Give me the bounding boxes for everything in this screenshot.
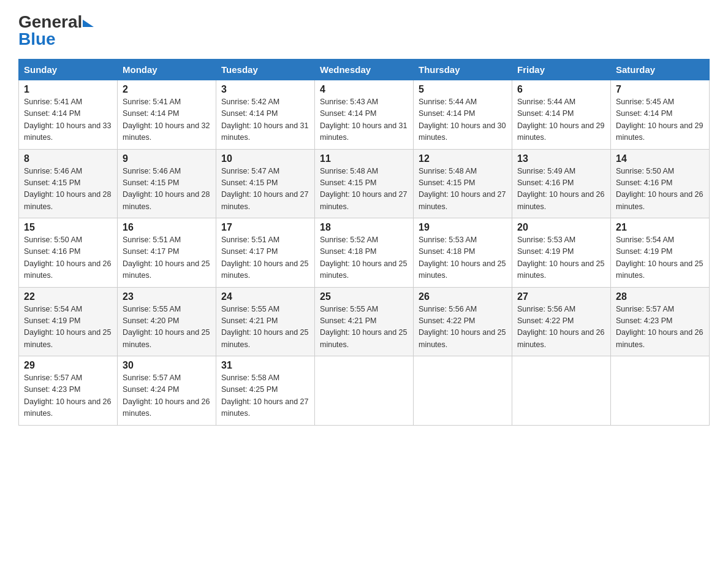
day-header-monday: Monday xyxy=(118,59,216,80)
logo: General Blue xyxy=(18,12,94,49)
day-number: 4 xyxy=(320,84,408,95)
day-number: 31 xyxy=(221,360,309,371)
calendar-cell: 29Sunrise: 5:57 AMSunset: 4:23 PMDayligh… xyxy=(19,356,118,426)
calendar-cell: 30Sunrise: 5:57 AMSunset: 4:24 PMDayligh… xyxy=(118,356,216,426)
calendar-header: SundayMondayTuesdayWednesdayThursdayFrid… xyxy=(19,59,710,80)
day-info: Sunrise: 5:44 AMSunset: 4:14 PMDaylight:… xyxy=(517,96,605,144)
day-number: 7 xyxy=(616,84,704,95)
day-number: 6 xyxy=(517,84,605,95)
calendar-cell: 2Sunrise: 5:41 AMSunset: 4:14 PMDaylight… xyxy=(118,80,216,150)
calendar-cell: 7Sunrise: 5:45 AMSunset: 4:14 PMDaylight… xyxy=(611,80,710,150)
calendar-cell: 14Sunrise: 5:50 AMSunset: 4:16 PMDayligh… xyxy=(611,149,710,218)
day-number: 2 xyxy=(123,84,211,95)
day-number: 10 xyxy=(221,153,309,164)
calendar-cell: 1Sunrise: 5:41 AMSunset: 4:14 PMDaylight… xyxy=(19,80,118,150)
calendar-cell: 3Sunrise: 5:42 AMSunset: 4:14 PMDaylight… xyxy=(216,80,315,150)
day-info: Sunrise: 5:58 AMSunset: 4:25 PMDaylight:… xyxy=(221,372,309,420)
day-info: Sunrise: 5:55 AMSunset: 4:20 PMDaylight:… xyxy=(123,304,211,351)
day-info: Sunrise: 5:55 AMSunset: 4:21 PMDaylight:… xyxy=(320,304,408,351)
calendar-cell: 16Sunrise: 5:51 AMSunset: 4:17 PMDayligh… xyxy=(118,218,216,288)
day-info: Sunrise: 5:53 AMSunset: 4:19 PMDaylight:… xyxy=(517,234,605,282)
day-info: Sunrise: 5:48 AMSunset: 4:15 PMDaylight:… xyxy=(320,166,408,213)
day-info: Sunrise: 5:51 AMSunset: 4:17 PMDaylight:… xyxy=(123,234,211,282)
day-info: Sunrise: 5:45 AMSunset: 4:14 PMDaylight:… xyxy=(616,96,704,144)
day-number: 12 xyxy=(419,153,507,164)
calendar-cell: 17Sunrise: 5:51 AMSunset: 4:17 PMDayligh… xyxy=(216,218,315,288)
calendar-cell: 27Sunrise: 5:56 AMSunset: 4:22 PMDayligh… xyxy=(512,287,611,356)
day-number: 5 xyxy=(419,84,507,95)
day-number: 19 xyxy=(419,222,507,233)
calendar-cell: 18Sunrise: 5:52 AMSunset: 4:18 PMDayligh… xyxy=(315,218,414,288)
calendar-cell: 13Sunrise: 5:49 AMSunset: 4:16 PMDayligh… xyxy=(512,149,611,218)
calendar-cell xyxy=(414,356,512,426)
calendar-cell: 19Sunrise: 5:53 AMSunset: 4:18 PMDayligh… xyxy=(414,218,512,288)
day-header-wednesday: Wednesday xyxy=(315,59,414,80)
day-number: 28 xyxy=(616,291,704,302)
calendar-cell: 11Sunrise: 5:48 AMSunset: 4:15 PMDayligh… xyxy=(315,149,414,218)
day-number: 16 xyxy=(123,222,211,233)
day-number: 15 xyxy=(24,222,112,233)
day-info: Sunrise: 5:51 AMSunset: 4:17 PMDaylight:… xyxy=(221,234,309,282)
day-header-friday: Friday xyxy=(512,59,611,80)
calendar-cell: 24Sunrise: 5:55 AMSunset: 4:21 PMDayligh… xyxy=(216,287,315,356)
day-number: 21 xyxy=(616,222,704,233)
day-number: 25 xyxy=(320,291,408,302)
calendar-cell xyxy=(611,356,710,426)
calendar-cell: 25Sunrise: 5:55 AMSunset: 4:21 PMDayligh… xyxy=(315,287,414,356)
day-number: 9 xyxy=(123,153,211,164)
day-info: Sunrise: 5:55 AMSunset: 4:21 PMDaylight:… xyxy=(221,304,309,351)
calendar-cell: 4Sunrise: 5:43 AMSunset: 4:14 PMDaylight… xyxy=(315,80,414,150)
calendar-cell: 26Sunrise: 5:56 AMSunset: 4:22 PMDayligh… xyxy=(414,287,512,356)
day-header-thursday: Thursday xyxy=(414,59,512,80)
day-info: Sunrise: 5:44 AMSunset: 4:14 PMDaylight:… xyxy=(419,96,507,144)
day-number: 27 xyxy=(517,291,605,302)
logo-blue-text: Blue xyxy=(18,29,56,49)
day-header-tuesday: Tuesday xyxy=(216,59,315,80)
day-info: Sunrise: 5:50 AMSunset: 4:16 PMDaylight:… xyxy=(24,234,112,282)
day-number: 13 xyxy=(517,153,605,164)
day-number: 20 xyxy=(517,222,605,233)
calendar-cell: 21Sunrise: 5:54 AMSunset: 4:19 PMDayligh… xyxy=(611,218,710,288)
day-info: Sunrise: 5:48 AMSunset: 4:15 PMDaylight:… xyxy=(419,166,507,213)
calendar-table: SundayMondayTuesdayWednesdayThursdayFrid… xyxy=(18,59,710,426)
day-info: Sunrise: 5:53 AMSunset: 4:18 PMDaylight:… xyxy=(419,234,507,282)
calendar-cell: 9Sunrise: 5:46 AMSunset: 4:15 PMDaylight… xyxy=(118,149,216,218)
page-header: General Blue xyxy=(18,12,710,49)
day-info: Sunrise: 5:52 AMSunset: 4:18 PMDaylight:… xyxy=(320,234,408,282)
week-row-5: 29Sunrise: 5:57 AMSunset: 4:23 PMDayligh… xyxy=(19,356,710,426)
calendar-cell: 12Sunrise: 5:48 AMSunset: 4:15 PMDayligh… xyxy=(414,149,512,218)
day-number: 1 xyxy=(24,84,112,95)
day-number: 8 xyxy=(24,153,112,164)
calendar-cell: 28Sunrise: 5:57 AMSunset: 4:23 PMDayligh… xyxy=(611,287,710,356)
calendar-cell: 31Sunrise: 5:58 AMSunset: 4:25 PMDayligh… xyxy=(216,356,315,426)
calendar-cell: 5Sunrise: 5:44 AMSunset: 4:14 PMDaylight… xyxy=(414,80,512,150)
week-row-1: 1Sunrise: 5:41 AMSunset: 4:14 PMDaylight… xyxy=(19,80,710,150)
day-info: Sunrise: 5:57 AMSunset: 4:23 PMDaylight:… xyxy=(24,372,112,420)
day-info: Sunrise: 5:57 AMSunset: 4:23 PMDaylight:… xyxy=(616,304,704,351)
day-info: Sunrise: 5:49 AMSunset: 4:16 PMDaylight:… xyxy=(517,166,605,213)
header-row: SundayMondayTuesdayWednesdayThursdayFrid… xyxy=(19,59,710,80)
calendar-cell xyxy=(512,356,611,426)
day-info: Sunrise: 5:56 AMSunset: 4:22 PMDaylight:… xyxy=(419,304,507,351)
day-number: 23 xyxy=(123,291,211,302)
week-row-3: 15Sunrise: 5:50 AMSunset: 4:16 PMDayligh… xyxy=(19,218,710,288)
day-header-saturday: Saturday xyxy=(611,59,710,80)
day-info: Sunrise: 5:56 AMSunset: 4:22 PMDaylight:… xyxy=(517,304,605,351)
calendar-cell xyxy=(315,356,414,426)
day-info: Sunrise: 5:46 AMSunset: 4:15 PMDaylight:… xyxy=(123,166,211,213)
day-header-sunday: Sunday xyxy=(19,59,118,80)
day-number: 18 xyxy=(320,222,408,233)
day-info: Sunrise: 5:42 AMSunset: 4:14 PMDaylight:… xyxy=(221,96,309,144)
calendar-cell: 10Sunrise: 5:47 AMSunset: 4:15 PMDayligh… xyxy=(216,149,315,218)
week-row-2: 8Sunrise: 5:46 AMSunset: 4:15 PMDaylight… xyxy=(19,149,710,218)
day-info: Sunrise: 5:43 AMSunset: 4:14 PMDaylight:… xyxy=(320,96,408,144)
day-number: 29 xyxy=(24,360,112,371)
day-info: Sunrise: 5:54 AMSunset: 4:19 PMDaylight:… xyxy=(616,234,704,282)
day-info: Sunrise: 5:57 AMSunset: 4:24 PMDaylight:… xyxy=(123,372,211,420)
day-info: Sunrise: 5:47 AMSunset: 4:15 PMDaylight:… xyxy=(221,166,309,213)
day-info: Sunrise: 5:54 AMSunset: 4:19 PMDaylight:… xyxy=(24,304,112,351)
day-number: 30 xyxy=(123,360,211,371)
day-number: 11 xyxy=(320,153,408,164)
calendar-cell: 15Sunrise: 5:50 AMSunset: 4:16 PMDayligh… xyxy=(19,218,118,288)
day-number: 26 xyxy=(419,291,507,302)
